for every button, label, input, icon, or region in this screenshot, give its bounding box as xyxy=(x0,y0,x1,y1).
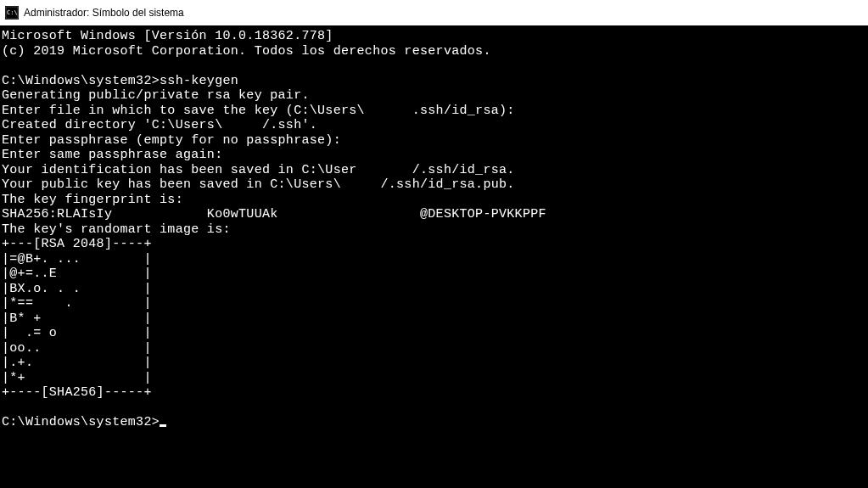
terminal-line xyxy=(2,401,868,416)
terminal-line: The key's randomart image is: xyxy=(2,222,868,238)
terminal-line: Enter file in which to save the key (C:\… xyxy=(2,104,868,119)
terminal-line: Microsoft Windows [Versión 10.0.18362.77… xyxy=(2,29,868,44)
terminal-line: C:\Windows\system32>ssh-keygen xyxy=(2,74,868,89)
terminal-line: SHA256:RLAIsIy Ko0wTUUAk @DESKTOP-PVKKPP… xyxy=(2,207,868,222)
window-title: Administrador: Símbolo del sistema xyxy=(24,7,184,19)
terminal-line: (c) 2019 Microsoft Corporation. Todos lo… xyxy=(2,44,868,59)
terminal-line: |B* + | xyxy=(2,311,868,327)
terminal-line: |=@B+. ... | xyxy=(2,252,868,267)
terminal-line: |.+. | xyxy=(2,356,868,371)
terminal-line: |*== . | xyxy=(2,296,868,311)
terminal-line: |@+=..E | xyxy=(2,266,868,282)
terminal-line: |oo.. | xyxy=(2,341,868,356)
terminal-line: The key fingerprint is: xyxy=(2,193,868,208)
terminal-line: |*+ | xyxy=(2,371,868,386)
terminal-line: +---[RSA 2048]----+ xyxy=(2,237,868,252)
terminal-line: Created directory 'C:\Users\ /.ssh'. xyxy=(2,118,868,133)
window-titlebar[interactable]: C:\ Administrador: Símbolo del sistema xyxy=(0,0,868,25)
terminal-line: Enter passphrase (empty for no passphras… xyxy=(2,133,868,149)
cmd-icon: C:\ xyxy=(5,6,19,20)
terminal-output[interactable]: Microsoft Windows [Versión 10.0.18362.77… xyxy=(0,25,868,430)
terminal-line: | .= o | xyxy=(2,326,868,341)
terminal-line: Generating public/private rsa key pair. xyxy=(2,88,868,104)
terminal-line: +----[SHA256]-----+ xyxy=(2,385,868,401)
terminal-line: Your identification has been saved in C:… xyxy=(2,163,868,178)
terminal-line: Enter same passphrase again: xyxy=(2,148,868,163)
cursor xyxy=(160,424,166,427)
terminal-line: Your public key has been saved in C:\Use… xyxy=(2,177,868,193)
svg-text:C:\: C:\ xyxy=(7,9,18,16)
terminal-line: C:\Windows\system32> xyxy=(2,415,868,430)
terminal-line xyxy=(2,59,868,74)
terminal-line: |BX.o. . . | xyxy=(2,282,868,297)
